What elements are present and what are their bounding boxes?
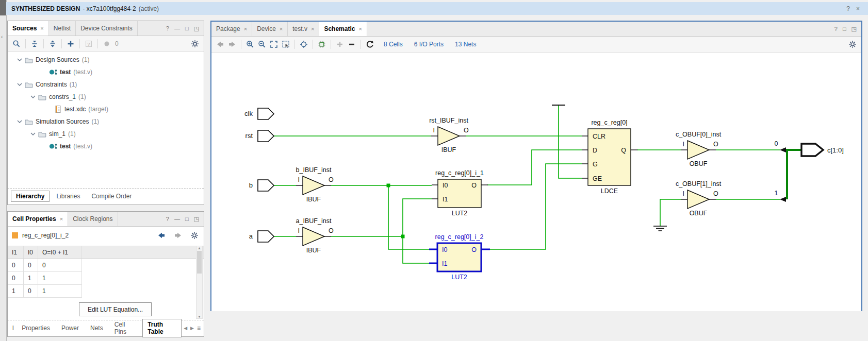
cell-properties-footer-tab-nets[interactable]: Nets <box>86 323 108 333</box>
tree-item-sim-1[interactable]: sim_1(1) <box>8 128 204 140</box>
gear-icon[interactable] <box>847 39 858 49</box>
gear-icon[interactable] <box>189 230 200 241</box>
collapse-all-icon[interactable] <box>29 39 40 49</box>
tree-item-design-sources[interactable]: Design Sources(1) <box>8 54 204 66</box>
stat-link-8-cells[interactable]: 8 Cells <box>384 41 403 48</box>
cell-properties-footer-tab-power[interactable]: Power <box>57 323 84 333</box>
cell-properties-footer-tab-cell-pins[interactable]: Cell Pins <box>110 319 141 337</box>
banner-close-icon[interactable]: × <box>856 5 860 12</box>
net-b-to-i2[interactable] <box>388 185 429 249</box>
input-port-rst[interactable] <box>258 130 274 142</box>
cell-properties-tab-cell-properties[interactable]: Cell Properties× <box>8 212 68 226</box>
search-icon[interactable] <box>11 39 22 49</box>
sidebar-expand-icon[interactable]: ‹ <box>1 34 3 40</box>
panel-maximize-icon[interactable]: □ <box>185 25 189 31</box>
cell-c-obuf-0-inst[interactable] <box>687 141 709 159</box>
panel-help-icon[interactable]: ? <box>166 216 169 222</box>
net-a-to-i2[interactable] <box>403 236 429 263</box>
chevron-down-icon[interactable] <box>30 132 36 136</box>
panel-float-icon[interactable]: ◳ <box>851 26 857 32</box>
add-cell-icon[interactable] <box>317 39 327 49</box>
stat-link-6-i-o-ports[interactable]: 6 I/O Ports <box>414 41 444 48</box>
tab-close-icon[interactable]: × <box>244 26 247 32</box>
tab-close-icon[interactable]: × <box>60 216 63 222</box>
chevron-down-icon[interactable] <box>17 120 22 124</box>
net-i1-to-d[interactable] <box>487 150 582 185</box>
output-port-c-1-0[interactable] <box>801 144 823 156</box>
sources-tab-netlist[interactable]: Netlist <box>49 21 76 36</box>
chevron-down-icon[interactable] <box>17 58 22 62</box>
panel-help-icon[interactable]: ? <box>834 26 838 32</box>
collapsed-sidebar[interactable]: ‹ <box>0 0 7 341</box>
schematic-canvas[interactable]: 01clkrstbac[1:0]rst_IBUF_instIOIBUFb_IBU… <box>211 53 861 311</box>
panel-maximize-icon[interactable]: □ <box>185 216 189 222</box>
panel-minimize-icon[interactable]: — <box>174 25 180 31</box>
sources-footer-tab-hierarchy[interactable]: Hierarchy <box>11 191 50 202</box>
zoom-fit-icon[interactable] <box>269 39 279 49</box>
add-source-icon[interactable] <box>65 39 76 49</box>
autofit-selection-icon[interactable] <box>299 39 309 49</box>
zoom-out-icon[interactable] <box>257 39 267 49</box>
tab-close-icon[interactable]: × <box>311 26 314 32</box>
forward-arrow-icon[interactable] <box>173 230 183 241</box>
tab-close-icon[interactable]: × <box>358 26 362 32</box>
zoom-in-icon[interactable] <box>245 39 255 49</box>
cell-a-ibuf-inst[interactable] <box>303 227 324 246</box>
zoom-selection-icon[interactable] <box>281 39 291 49</box>
add-net-icon[interactable] <box>335 39 345 49</box>
scrollbar-thumb[interactable] <box>197 251 202 274</box>
panel-minimize-icon[interactable]: — <box>174 216 180 222</box>
scroll-down-icon[interactable]: ▼ <box>198 315 201 318</box>
scroll-up-icon[interactable]: ▲ <box>198 246 201 250</box>
forward-arrow-icon[interactable] <box>227 39 237 49</box>
cell-properties-tab-clock-regions[interactable]: Clock Regions <box>68 212 118 226</box>
schematic-tab-schematic[interactable]: Schematic× <box>319 22 367 36</box>
tabs-menu-icon[interactable]: ≡ <box>197 325 201 332</box>
back-arrow-disabled-icon[interactable] <box>215 39 225 49</box>
tree-item-simulation-sources[interactable]: Simulation Sources(1) <box>8 115 204 128</box>
tree-item-constrs-1[interactable]: constrs_1(1) <box>8 91 204 103</box>
tabs-scroll-right-icon[interactable]: ▶ <box>190 326 194 331</box>
tabs-scroll-left-icon[interactable]: ◀ <box>184 326 187 331</box>
stat-link-13-nets[interactable]: 13 Nets <box>455 41 476 48</box>
expand-all-icon[interactable] <box>47 39 58 49</box>
chevron-down-icon[interactable] <box>30 95 36 99</box>
banner-help-icon[interactable]: ? <box>846 5 850 12</box>
tree-item-test[interactable]: test(test.v) <box>8 66 204 78</box>
tree-item-constraints[interactable]: Constraints(1) <box>8 78 204 91</box>
input-port-a[interactable] <box>258 231 274 242</box>
schematic-tab-package[interactable]: Package× <box>211 22 252 36</box>
sources-tab-device-constraints[interactable]: Device Constraints <box>76 21 138 36</box>
net-a-to-i1[interactable] <box>403 199 432 236</box>
cell-properties-footer-tab-properties[interactable]: Properties <box>17 323 55 333</box>
back-arrow-icon[interactable] <box>156 230 167 241</box>
panel-float-icon[interactable]: ◳ <box>194 216 199 223</box>
schematic-tab-test-v[interactable]: test.v× <box>288 22 319 36</box>
tab-close-icon[interactable]: × <box>280 26 283 32</box>
sources-footer-tab-libraries[interactable]: Libraries <box>52 191 85 201</box>
schematic-tab-device[interactable]: Device× <box>252 22 288 36</box>
edit-lut-equation-button[interactable]: Edit LUT Equation... <box>79 302 152 316</box>
panel-float-icon[interactable]: ◳ <box>194 25 199 32</box>
net-i2-to-g[interactable] <box>490 164 582 249</box>
gear-icon[interactable] <box>190 39 200 49</box>
sources-footer-tab-compile-order[interactable]: Compile Order <box>87 191 136 201</box>
net-obuf1-in[interactable] <box>660 199 681 226</box>
cell-b-ibuf-inst[interactable] <box>303 176 324 195</box>
truth-table-scrollbar[interactable]: ▲ ▼ <box>196 246 203 319</box>
remove-icon[interactable] <box>347 39 357 49</box>
input-port-clk[interactable] <box>258 108 274 120</box>
sources-tab-sources[interactable]: Sources× <box>8 21 49 36</box>
cell-properties-footer-tab-l[interactable]: l <box>11 323 15 333</box>
chevron-down-icon[interactable] <box>17 82 22 87</box>
panel-maximize-icon[interactable]: □ <box>843 26 846 32</box>
panel-help-icon[interactable]: ? <box>166 25 169 31</box>
net-vcc-to-ge[interactable] <box>559 106 582 178</box>
tree-item-test-xdc[interactable]: test.xdc(target) <box>8 103 204 115</box>
regenerate-icon[interactable] <box>365 39 375 49</box>
cell-properties-footer-tab-truth-table[interactable]: Truth Table <box>142 319 182 337</box>
tab-close-icon[interactable]: × <box>40 25 43 31</box>
cell-c-obuf-1-inst[interactable] <box>687 190 709 209</box>
cell-rst-ibuf-inst[interactable] <box>438 127 460 145</box>
input-port-b[interactable] <box>258 180 274 191</box>
